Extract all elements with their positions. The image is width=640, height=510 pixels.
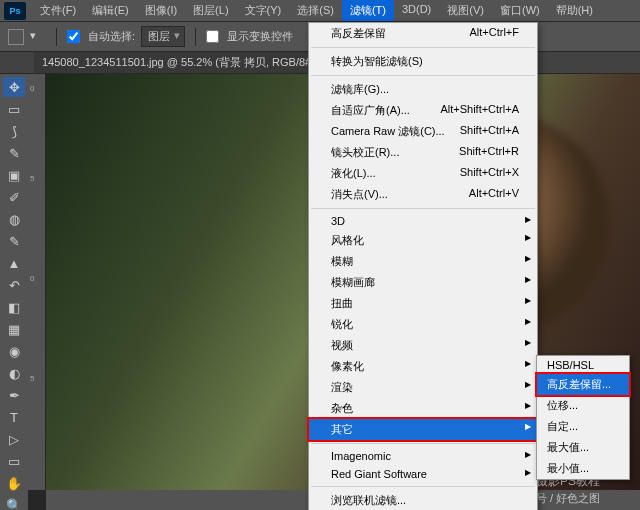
menu-编辑E[interactable]: 编辑(E) [84,0,137,21]
menu-窗口W[interactable]: 窗口(W) [492,0,548,21]
auto-select-target-dropdown[interactable]: 图层 [141,26,185,47]
brush-tool[interactable]: ✎ [3,231,25,251]
submenu-item-自定...[interactable]: 自定... [537,416,629,437]
menu-item-锐化[interactable]: 锐化 [309,314,537,335]
menu-bar: Ps 文件(F)编辑(E)图像(I)图层(L)文字(Y)选择(S)滤镜(T)3D… [0,0,640,22]
menu-图像I[interactable]: 图像(I) [137,0,185,21]
menu-item-高反差保留[interactable]: 高反差保留Alt+Ctrl+F [309,23,537,44]
menu-item-其它[interactable]: 其它 [307,417,539,442]
submenu-item-最小值...[interactable]: 最小值... [537,458,629,479]
blur-tool[interactable]: ◉ [3,341,25,361]
heal-tool[interactable]: ◍ [3,209,25,229]
menu-item-液化(L)...[interactable]: 液化(L)...Shift+Ctrl+X [309,163,537,184]
menu-滤镜T[interactable]: 滤镜(T) [342,0,394,21]
menu-item-模糊[interactable]: 模糊 [309,251,537,272]
submenu-item-高反差保留...[interactable]: 高反差保留... [535,372,631,397]
menu-item-消失点(V)...[interactable]: 消失点(V)...Alt+Ctrl+V [309,184,537,205]
menu-item-3D[interactable]: 3D [309,212,537,230]
menu-separator [311,486,535,487]
type-tool[interactable]: T [3,407,25,427]
quick-select-tool[interactable]: ✎ [3,143,25,163]
move-tool-icon[interactable] [8,29,24,45]
menu-视图V[interactable]: 视图(V) [439,0,492,21]
lasso-tool[interactable]: ⟆ [3,121,25,141]
stamp-tool[interactable]: ▲ [3,253,25,273]
auto-select-label: 自动选择: [88,29,135,44]
menu-item-风格化[interactable]: 风格化 [309,230,537,251]
history-brush-tool[interactable]: ↶ [3,275,25,295]
document-tab-title: 145080_1234511501.jpg @ 55.2% (背景 拷贝, RG… [42,55,322,70]
transform-controls-label: 显示变换控件 [227,29,293,44]
menu-item-Camera Raw 滤镜(C)...[interactable]: Camera Raw 滤镜(C)...Shift+Ctrl+A [309,121,537,142]
menu-separator [311,208,535,209]
shape-tool[interactable]: ▭ [3,451,25,471]
marquee-tool[interactable]: ▭ [3,99,25,119]
eyedropper-tool[interactable]: ✐ [3,187,25,207]
menu-separator [311,47,535,48]
dodge-tool[interactable]: ◐ [3,363,25,383]
crop-tool[interactable]: ▣ [3,165,25,185]
filter-other-submenu: HSB/HSL高反差保留...位移...自定...最大值...最小值... [536,355,630,480]
app-logo: Ps [4,2,26,20]
menu-文件F[interactable]: 文件(F) [32,0,84,21]
toolbox: ✥ ▭ ⟆ ✎ ▣ ✐ ◍ ✎ ▲ ↶ ◧ ▦ ◉ ◐ ✒ T ▷ ▭ ✋ 🔍 [0,74,28,510]
pen-tool[interactable]: ✒ [3,385,25,405]
menu-item-像素化[interactable]: 像素化 [309,356,537,377]
eraser-tool[interactable]: ◧ [3,297,25,317]
transform-controls-checkbox[interactable] [206,30,219,43]
gradient-tool[interactable]: ▦ [3,319,25,339]
menu-item-渲染[interactable]: 渲染 [309,377,537,398]
menu-item-自适应广角(A)...[interactable]: 自适应广角(A)...Alt+Shift+Ctrl+A [309,100,537,121]
document-tab[interactable]: 145080_1234511501.jpg @ 55.2% (背景 拷贝, RG… [34,52,342,73]
menu-item-镜头校正(R)...[interactable]: 镜头校正(R)...Shift+Ctrl+R [309,142,537,163]
menu-item-浏览联机滤镜...[interactable]: 浏览联机滤镜... [309,490,537,510]
menu-item-转换为智能滤镜(S)[interactable]: 转换为智能滤镜(S) [309,51,537,72]
menu-图层L[interactable]: 图层(L) [185,0,236,21]
menu-3DD[interactable]: 3D(D) [394,0,439,21]
path-tool[interactable]: ▷ [3,429,25,449]
menu-item-Imagenomic[interactable]: Imagenomic [309,447,537,465]
menu-item-模糊画廊[interactable]: 模糊画廊 [309,272,537,293]
auto-select-checkbox[interactable] [67,30,80,43]
tool-preset-icon[interactable]: ▾ [30,29,46,45]
menu-item-滤镜库(G)...[interactable]: 滤镜库(G)... [309,79,537,100]
submenu-item-最大值...[interactable]: 最大值... [537,437,629,458]
zoom-tool[interactable]: 🔍 [3,495,25,510]
menu-item-杂色[interactable]: 杂色 [309,398,537,419]
menu-item-扭曲[interactable]: 扭曲 [309,293,537,314]
menu-separator [311,75,535,76]
menu-文字Y[interactable]: 文字(Y) [237,0,290,21]
vertical-ruler: 0 5 0 5 [28,74,46,490]
menu-item-Red Giant Software[interactable]: Red Giant Software [309,465,537,483]
submenu-item-位移...[interactable]: 位移... [537,395,629,416]
hand-tool[interactable]: ✋ [3,473,25,493]
menu-item-视频[interactable]: 视频 [309,335,537,356]
menu-选择S[interactable]: 选择(S) [289,0,342,21]
menu-帮助H[interactable]: 帮助(H) [548,0,601,21]
filter-menu-dropdown: 高反差保留Alt+Ctrl+F转换为智能滤镜(S)滤镜库(G)...自适应广角(… [308,22,538,510]
menu-separator [311,443,535,444]
move-tool[interactable]: ✥ [3,77,25,97]
